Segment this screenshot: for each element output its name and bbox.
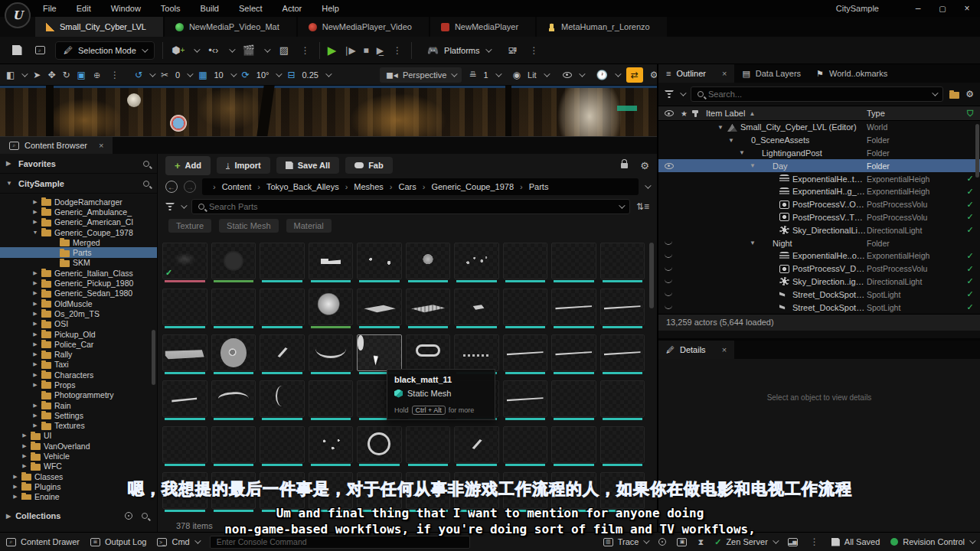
- folder-tree-item[interactable]: ▶ Generic_Sedan_1980: [0, 289, 157, 298]
- asset-tile[interactable]: [162, 472, 207, 509]
- asset-tile[interactable]: [454, 243, 499, 279]
- surface-snap-icon[interactable]: ↺: [135, 70, 142, 80]
- derived-data-icon[interactable]: ▂▅: [788, 538, 798, 546]
- play-options-icon[interactable]: ⋮: [391, 45, 403, 56]
- asset-tile[interactable]: [211, 472, 256, 509]
- eye-closed-icon[interactable]: [665, 292, 672, 296]
- panel-tab[interactable]: ≡ Outliner ×: [658, 64, 734, 83]
- asset-tile[interactable]: [600, 426, 645, 463]
- sort-icon[interactable]: ⇅≡: [636, 201, 649, 212]
- asset-tile[interactable]: [162, 426, 207, 463]
- expander-icon[interactable]: ▼: [32, 230, 38, 235]
- asset-tile[interactable]: [503, 334, 548, 371]
- outliner-row[interactable]: PostProcessV_DTO_SkyNight PostProcessVol…: [658, 262, 980, 276]
- row-visibility-gutter[interactable]: [658, 241, 706, 245]
- folder-tree-item[interactable]: ▶ Os_20m_TS: [0, 308, 157, 318]
- asset-tile[interactable]: [503, 380, 548, 417]
- asset-tile[interactable]: [454, 334, 499, 371]
- search-icon[interactable]: [143, 161, 149, 167]
- close-icon[interactable]: ×: [722, 345, 727, 354]
- eye-closed-icon[interactable]: [665, 254, 672, 258]
- snapshot-icon[interactable]: [658, 538, 666, 546]
- status-overflow-icon[interactable]: ⋮: [808, 536, 821, 547]
- game-view-toggle[interactable]: ⇄: [626, 67, 643, 83]
- row-visibility-gutter[interactable]: [658, 163, 706, 169]
- chevron-down-icon[interactable]: [264, 46, 270, 52]
- asset-tile[interactable]: [309, 426, 354, 463]
- minimize-button[interactable]: –: [913, 3, 923, 14]
- content-settings-icon[interactable]: ⚙: [640, 160, 649, 171]
- eye-icon[interactable]: [665, 163, 674, 169]
- asset-tile[interactable]: [260, 334, 305, 371]
- menu-item[interactable]: Edit: [77, 4, 91, 13]
- outliner-row[interactable]: ▼ Night Folder: [658, 236, 980, 249]
- folder-tree-item[interactable]: ▶ DodgeRamcharger: [0, 197, 157, 207]
- expander-icon[interactable]: ▶: [12, 484, 18, 490]
- close-icon[interactable]: ×: [99, 141, 103, 150]
- asset-tile[interactable]: [551, 426, 596, 463]
- trace-dropdown[interactable]: ▥ Trace: [603, 537, 648, 546]
- lock-icon[interactable]: [621, 163, 628, 168]
- outliner-row[interactable]: ExponentialH..g_sky_Day_OG ExponentialHe…: [658, 185, 980, 198]
- expander-icon[interactable]: ▼: [717, 124, 724, 131]
- path-dropdown-icon[interactable]: [645, 182, 651, 188]
- asset-tile[interactable]: [309, 289, 354, 325]
- folder-tree-item[interactable]: Photogrammetry: [0, 390, 157, 400]
- folder-tree-item[interactable]: ▶ Rally: [0, 349, 157, 359]
- camera-speed-icon[interactable]: ≞: [469, 70, 476, 80]
- asset-tile[interactable]: [406, 334, 451, 371]
- folder-tree-item[interactable]: ▶ Generic_Ambulance_: [0, 207, 157, 217]
- close-icon[interactable]: ×: [722, 69, 727, 78]
- folder-tree-item[interactable]: ▶ Plugins: [0, 481, 157, 491]
- asset-tile[interactable]: [260, 472, 305, 509]
- expander-icon[interactable]: ▶: [32, 341, 38, 347]
- create-folder-icon[interactable]: [949, 92, 959, 99]
- transform-overflow-icon[interactable]: ⋮: [109, 70, 121, 80]
- scale-tool-icon[interactable]: ▣: [77, 70, 86, 80]
- outliner-row[interactable]: ExponentialHe..og_sky_Night ExponentialH…: [658, 249, 980, 262]
- folder-tree-item[interactable]: ▶ Props: [0, 380, 157, 390]
- breadcrumb-segment[interactable]: Content: [210, 182, 251, 191]
- asset-tile[interactable]: [406, 426, 451, 463]
- asset-tile[interactable]: [309, 243, 354, 279]
- screenshot-icon[interactable]: ▣: [677, 538, 687, 546]
- menu-item[interactable]: Build: [201, 4, 219, 13]
- collections-header[interactable]: ▶ Collections: [0, 506, 157, 526]
- filter-icon[interactable]: [165, 203, 175, 210]
- forward-button[interactable]: →: [184, 181, 196, 193]
- expander-icon[interactable]: ▶: [21, 453, 28, 459]
- visibility-column-icon[interactable]: [665, 110, 674, 116]
- outliner-row[interactable]: ExponentialHe..tFog_sky_Day ExponentialH…: [658, 172, 980, 185]
- folder-tree-item[interactable]: ▶ OSI: [0, 319, 157, 329]
- stop-button[interactable]: ■: [364, 45, 369, 56]
- breadcrumb-segment[interactable]: Cars: [387, 182, 416, 191]
- coordinate-system-icon[interactable]: 🜨: [93, 70, 102, 80]
- outliner-row[interactable]: ▼ 0_SceneAssets Folder: [658, 134, 980, 147]
- move-tool-icon[interactable]: ✥: [47, 70, 55, 80]
- close-button[interactable]: ×: [962, 3, 972, 14]
- expander-icon[interactable]: ▶: [21, 463, 28, 469]
- asset-tile[interactable]: [600, 243, 645, 279]
- folder-tree-item[interactable]: ▶ OldMuscle: [0, 298, 157, 308]
- asset-tab[interactable]: MetaHuman_r_Lorenzo: [537, 17, 667, 37]
- outliner-row[interactable]: PostProcessV..O_Sky_day_0G PostProcessVo…: [658, 198, 980, 211]
- menu-item[interactable]: Window: [111, 4, 141, 13]
- expander-icon[interactable]: ▶: [32, 351, 38, 357]
- rotate-tool-icon[interactable]: ↻: [62, 70, 70, 80]
- expander-icon[interactable]: ▼: [738, 149, 746, 156]
- outliner-search-input[interactable]: Search...: [691, 86, 943, 102]
- asset-tile[interactable]: [406, 243, 451, 279]
- asset-tile[interactable]: [211, 334, 256, 371]
- chevron-down-icon[interactable]: [194, 46, 200, 52]
- expander-icon[interactable]: ▶: [32, 382, 38, 388]
- folder-tree-item[interactable]: ▼ Generic_Coupe_1978: [0, 227, 157, 237]
- expander-icon[interactable]: ▶: [32, 412, 38, 419]
- select-tool-icon[interactable]: ➤: [33, 70, 41, 80]
- favorite-column-icon[interactable]: ★: [681, 109, 688, 118]
- search-icon[interactable]: [142, 513, 148, 519]
- asset-tile[interactable]: [260, 380, 305, 417]
- expander-icon[interactable]: ▶: [32, 301, 38, 307]
- row-visibility-gutter[interactable]: [658, 267, 706, 271]
- add-actor-icon[interactable]: ⬢+: [171, 43, 186, 58]
- asset-tile[interactable]: [162, 380, 207, 417]
